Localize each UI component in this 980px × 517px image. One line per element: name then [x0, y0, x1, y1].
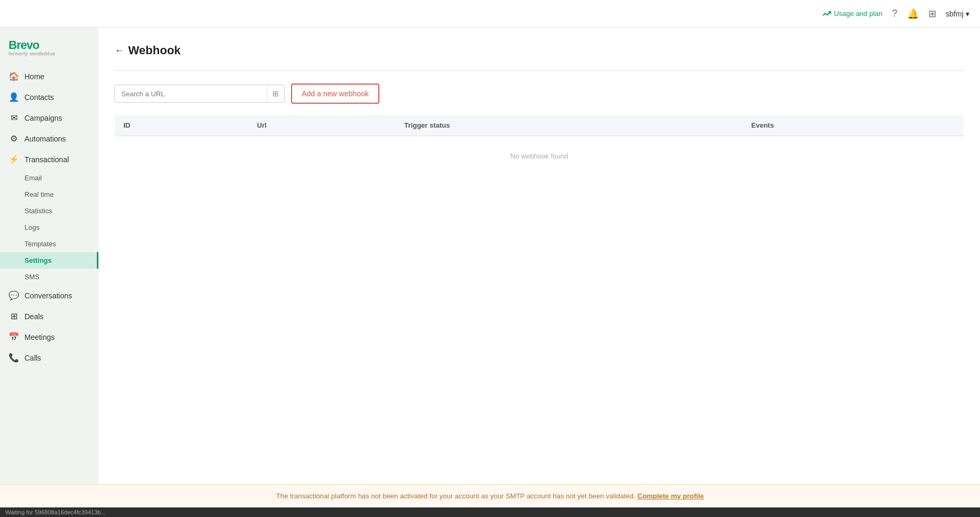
col-id: ID: [115, 115, 249, 136]
search-url-wrapper: ⊞: [114, 85, 285, 103]
status-bar-text: Waiting for 596808a16dec4fc39413b...: [5, 509, 106, 515]
table-empty-row: No webhook found: [115, 136, 964, 177]
sidebar-contacts-label: Contacts: [24, 93, 54, 102]
contacts-icon: 👤: [9, 92, 19, 102]
chevron-down-icon: ▾: [966, 10, 969, 18]
home-icon: 🏠: [9, 71, 19, 81]
bottom-banner: The transactional platform has not been …: [0, 484, 980, 507]
sidebar-sub-logs[interactable]: Logs: [0, 219, 98, 236]
sidebar-item-home[interactable]: 🏠 Home: [0, 66, 98, 87]
back-arrow[interactable]: ←: [114, 45, 124, 56]
sidebar-item-campaigns[interactable]: ✉ Campaigns: [0, 107, 98, 128]
sidebar-transactional-label: Transactional: [24, 155, 69, 164]
transactional-icon: ⚡: [9, 154, 19, 164]
status-bar: Waiting for 596808a16dec4fc39413b...: [0, 507, 980, 517]
col-url: Url: [248, 115, 396, 136]
calls-icon: 📞: [9, 353, 19, 363]
col-trigger-status: Trigger status: [396, 115, 743, 136]
help-icon[interactable]: ?: [892, 8, 898, 19]
meetings-icon: 📅: [9, 332, 19, 342]
conversations-icon: 💬: [9, 290, 19, 301]
add-webhook-button[interactable]: Add a new webhook: [291, 84, 379, 104]
sidebar-logo: Brevo formerly sendinblue: [0, 33, 98, 66]
automations-icon: ⚙: [9, 134, 19, 144]
sidebar-automations-label: Automations: [24, 135, 66, 143]
sidebar-meetings-label: Meetings: [24, 333, 55, 341]
deals-icon: ⊞: [9, 311, 19, 321]
table-header-row: ID Url Trigger status Events: [115, 115, 964, 136]
sidebar-item-contacts[interactable]: 👤 Contacts: [0, 87, 98, 107]
sidebar-item-conversations[interactable]: 💬 Conversations: [0, 285, 98, 306]
sidebar: Brevo formerly sendinblue 🏠 Home 👤 Conta…: [0, 28, 98, 484]
sidebar-sub-email[interactable]: Email: [0, 170, 98, 186]
empty-message: No webhook found: [115, 136, 964, 177]
sidebar-item-calls[interactable]: 📞 Calls: [0, 347, 98, 368]
bell-icon[interactable]: 🔔: [907, 8, 919, 20]
divider: [114, 70, 964, 71]
campaigns-icon: ✉: [9, 113, 19, 123]
topbar: Usage and plan ? 🔔 ⊞ sbfmj ▾: [0, 0, 980, 28]
search-url-icon[interactable]: ⊞: [267, 85, 284, 102]
sidebar-home-label: Home: [24, 72, 44, 81]
sidebar-calls-label: Calls: [24, 354, 41, 362]
sidebar-conversations-label: Conversations: [24, 291, 72, 300]
sidebar-sub-sms[interactable]: SMS: [0, 269, 98, 285]
page-title: Webhook: [128, 44, 181, 57]
usage-plan-button[interactable]: Usage and plan: [823, 10, 882, 18]
logo-main: Brevo: [9, 38, 90, 52]
bottom-banner-message: The transactional platform has not been …: [276, 492, 635, 500]
sidebar-item-automations[interactable]: ⚙ Automations: [0, 128, 98, 149]
webhook-table: ID Url Trigger status Events No webhook …: [114, 114, 964, 177]
usage-plan-label: Usage and plan: [834, 10, 882, 18]
sidebar-item-deals[interactable]: ⊞ Deals: [0, 306, 98, 327]
col-events: Events: [743, 115, 964, 136]
sidebar-sub-settings[interactable]: Settings: [0, 252, 98, 269]
page-title-row: ← Webhook: [114, 44, 964, 57]
search-url-input[interactable]: [115, 86, 267, 102]
logo-sub: formerly sendinblue: [9, 51, 90, 56]
sidebar-item-meetings[interactable]: 📅 Meetings: [0, 327, 98, 347]
grid-icon[interactable]: ⊞: [928, 8, 936, 20]
main-content: ← Webhook ⊞ Add a new webhook ID Url Tri…: [98, 28, 980, 484]
sidebar-sub-statistics[interactable]: Statistics: [0, 203, 98, 219]
username-label: sbfmj: [946, 10, 964, 18]
toolbar: ⊞ Add a new webhook: [114, 84, 964, 104]
sidebar-deals-label: Deals: [24, 312, 44, 321]
sidebar-sub-realtime[interactable]: Real time: [0, 186, 98, 203]
sidebar-item-transactional[interactable]: ⚡ Transactional: [0, 149, 98, 170]
sidebar-sub-templates[interactable]: Templates: [0, 236, 98, 252]
sidebar-campaigns-label: Campaigns: [24, 114, 62, 122]
user-menu[interactable]: sbfmj ▾: [946, 10, 969, 18]
complete-profile-link[interactable]: Complete my profile: [637, 492, 704, 500]
